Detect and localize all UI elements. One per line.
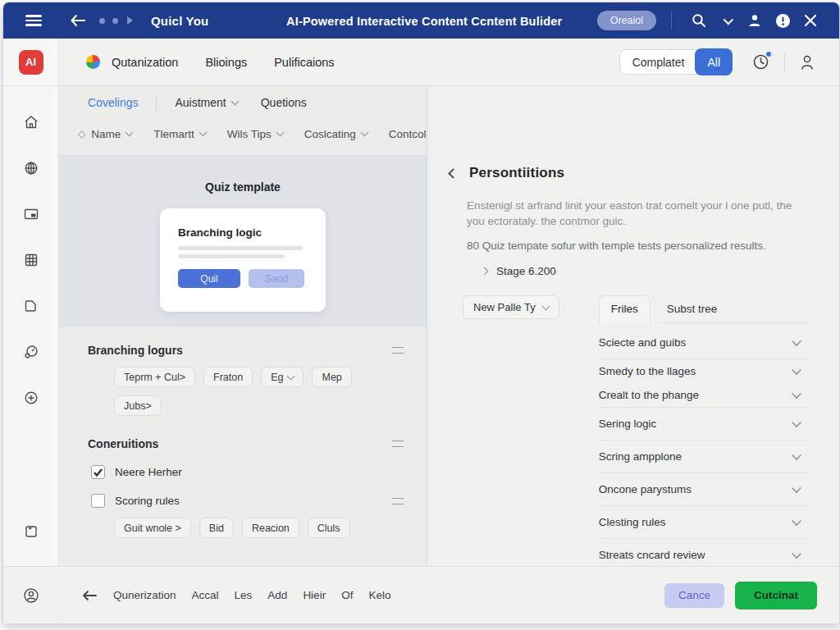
app-window: Quicl You AI-Powered Interactive Content… — [2, 2, 840, 623]
chip-reacion[interactable]: Reacion — [242, 518, 299, 538]
bottom-nav-kelo[interactable]: Kelo — [368, 589, 390, 601]
home-icon[interactable] — [3, 99, 58, 145]
close-icon[interactable] — [797, 14, 824, 27]
accordion-item[interactable]: Clesting rules — [599, 506, 808, 539]
cancel-button[interactable]: Cance — [664, 583, 724, 608]
chevron-down-icon — [792, 336, 801, 345]
bottom-nav-accal[interactable]: Accal — [192, 589, 219, 601]
checkbox-unchecked[interactable] — [91, 494, 105, 508]
accordion-item[interactable]: Crealt to the phange — [599, 383, 808, 408]
picture-in-picture-icon[interactable] — [3, 191, 58, 237]
filter-tlemartt[interactable]: Tlemartt — [153, 128, 206, 140]
divider — [156, 95, 157, 110]
search-icon[interactable] — [685, 13, 713, 28]
tab-quetions[interactable]: Quetions — [261, 96, 307, 109]
chevron-down-icon — [126, 129, 134, 137]
bottom-nav-hieir[interactable]: Hieir — [303, 589, 326, 601]
filter-name[interactable]: ◇Name — [78, 128, 132, 140]
pie-color-icon — [86, 55, 100, 69]
panel-description: Enstenigl st arfrand linit your easton t… — [467, 198, 810, 229]
skeleton-line — [178, 246, 303, 250]
accordion-item[interactable]: Oncone parystums — [599, 473, 808, 506]
tab-auistment[interactable]: Auistment — [175, 96, 237, 109]
info-icon[interactable] — [769, 13, 797, 29]
preview-title: Quiz template — [205, 180, 281, 194]
bottom-nav-les[interactable]: Les — [235, 589, 253, 601]
chevron-down-icon — [287, 372, 295, 380]
template-card[interactable]: Branching logic Quil Sand — [160, 208, 326, 312]
tab-subst-tree[interactable]: Subst tree — [651, 303, 718, 323]
person-circle-icon[interactable] — [22, 587, 40, 605]
sand-button[interactable]: Sand — [249, 269, 304, 288]
notification-badge — [765, 51, 772, 57]
filter-coslcating[interactable]: Coslcating — [304, 128, 368, 140]
hamburger-menu-icon[interactable] — [25, 15, 42, 26]
chip-guit-wnole[interactable]: Guit wnole > — [114, 518, 191, 538]
chevron-down-icon — [231, 98, 239, 106]
app-logo-cell: AI — [3, 39, 59, 85]
filter-segmented-control: Complatet All — [619, 48, 733, 75]
accordion-item[interactable]: Streats cncard review — [599, 539, 808, 566]
filter-wils-tips[interactable]: Wils Tips — [227, 128, 283, 140]
bottom-nav-of[interactable]: Of — [341, 589, 353, 601]
drag-handle-icon[interactable] — [392, 498, 404, 504]
bottom-nav-add[interactable]: Add — [267, 589, 287, 601]
grid-icon[interactable] — [3, 237, 58, 283]
drag-handle-icon[interactable] — [392, 441, 404, 447]
accordion-item[interactable]: Smedy to the llages — [599, 359, 808, 383]
profile-icon[interactable] — [800, 54, 815, 71]
segment-all[interactable]: All — [695, 48, 733, 75]
target-icon[interactable] — [3, 375, 58, 421]
tab-friles[interactable]: Friles — [599, 295, 651, 323]
left-icon-rail — [3, 86, 59, 566]
card-title: Branching logic — [178, 226, 308, 239]
filter-contcol[interactable]: Contcol — [389, 128, 427, 140]
chip-fraton[interactable]: Fraton — [203, 367, 253, 387]
accordion-item[interactable]: Scring ampplone — [599, 441, 808, 473]
nav-item-blioings[interactable]: Blioings — [205, 56, 247, 69]
divider — [671, 11, 672, 30]
accordion-list: Sciecte and guibs Smedy to the llages Cr… — [599, 326, 808, 566]
window-title: AI-Powered Interactive Content Ccntent B… — [286, 15, 562, 28]
back-arrow-icon[interactable] — [70, 14, 86, 27]
chevron-down-icon — [792, 483, 801, 492]
chip-jubs[interactable]: Jubs> — [114, 395, 162, 416]
palette-dropdown[interactable]: New Palle Ty — [463, 295, 559, 319]
stage-row[interactable]: Stage 6.200 — [482, 265, 808, 277]
divider — [784, 52, 785, 72]
note-icon[interactable] — [3, 509, 58, 555]
confirm-button[interactable]: Cutcinat — [735, 582, 817, 609]
chevron-down-icon — [792, 389, 801, 398]
chevron-down-icon — [792, 365, 801, 374]
quil-button[interactable]: Quil — [178, 269, 240, 288]
tab-covelings[interactable]: Covelings — [88, 96, 138, 109]
gauge-icon[interactable] — [3, 329, 58, 375]
back-arrow-icon[interactable] — [82, 590, 97, 601]
status-badge[interactable]: Oreaiol — [597, 11, 656, 30]
chevron-down-icon[interactable] — [713, 17, 741, 25]
toolbar: AI Qutanization Blioings Pulificaions Co… — [3, 39, 839, 86]
drag-handle-icon[interactable] — [392, 347, 404, 354]
bottom-nav-qunerization[interactable]: Qunerization — [113, 589, 176, 601]
chip-cluls[interactable]: Cluls — [308, 518, 350, 538]
segment-complatet[interactable]: Complatet — [619, 49, 698, 75]
globe-grid-icon[interactable] — [3, 145, 58, 191]
back-chevron-icon[interactable] — [448, 168, 459, 179]
chip-mep[interactable]: Mep — [312, 367, 351, 387]
timer-icon[interactable] — [752, 53, 769, 71]
nav-item-qutanization[interactable]: Qutanization — [112, 56, 178, 69]
user-icon[interactable] — [741, 13, 769, 28]
accordion-item[interactable]: Sering logic — [599, 408, 808, 441]
folder-icon[interactable] — [3, 283, 58, 329]
chip-bid[interactable]: Bid — [199, 518, 234, 538]
chip-eg[interactable]: Eg — [261, 367, 304, 387]
chip-teprm[interactable]: Teprm + Cul> — [114, 367, 195, 387]
skeleton-line — [178, 254, 285, 258]
ai-logo[interactable]: AI — [19, 50, 43, 75]
chevron-down-icon — [792, 549, 801, 558]
quiz-template-preview: Quiz template Branching logic Quil Sand — [59, 155, 427, 327]
nav-item-pulificaions[interactable]: Pulificaions — [274, 56, 334, 69]
panel-summary: 80 Quiz tempate sofur with temple tests … — [467, 240, 808, 252]
checkbox-checked[interactable] — [91, 465, 105, 479]
accordion-item[interactable]: Sciecte and guibs — [599, 326, 808, 359]
